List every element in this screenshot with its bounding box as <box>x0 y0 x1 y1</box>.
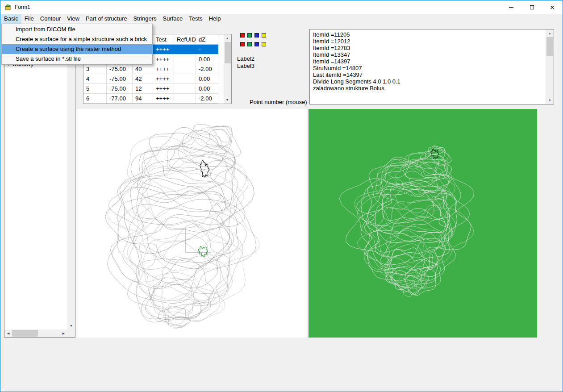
grid-row[interactable]: 5-75.0012++++0.00 <box>83 84 224 94</box>
label2: Label2 <box>237 55 254 62</box>
contour-view-right[interactable] <box>309 109 537 338</box>
grid-cell[interactable]: ++++ <box>153 64 174 74</box>
grid-cell[interactable]: 5 <box>83 84 107 94</box>
maximize-button[interactable] <box>521 0 542 14</box>
log-line: Last itemId =14397 <box>313 71 544 78</box>
log-lines: ItemId =11205ItemId =12012ItemId =12783I… <box>313 31 544 92</box>
contour-canvas-right[interactable] <box>309 109 537 338</box>
grid-header-refuid[interactable]: RefUID <box>174 34 196 45</box>
color-swatch-2626cd <box>254 42 259 46</box>
maximize-icon <box>530 5 534 9</box>
log-line: zaladowano strukture Bolus <box>313 85 544 92</box>
log-line: StruNumId =14807 <box>313 65 544 71</box>
menubar-item-help[interactable]: Help <box>206 14 224 24</box>
grid-cell[interactable]: ++++ <box>153 94 174 104</box>
log-memo[interactable]: ItemId =11205ItemId =12012ItemId =12783I… <box>309 29 554 104</box>
minimize-button[interactable] <box>501 0 521 14</box>
color-swatch-df1212 <box>240 33 245 38</box>
grid-cell[interactable]: ++++ <box>153 74 174 84</box>
menubar-item-basic[interactable]: Basic <box>1 14 21 24</box>
grid-header-dz[interactable]: dZ <box>196 34 218 45</box>
grid-cell[interactable]: -77.00 <box>107 94 133 104</box>
menubar-item-view[interactable]: View <box>64 14 83 24</box>
app-icon[interactable] <box>4 4 12 11</box>
point-number-label: Point number (mouse) <box>250 99 307 105</box>
color-swatch-df1212 <box>240 42 245 46</box>
menubar-item-stringers[interactable]: Stringers <box>130 14 159 24</box>
grid-cell[interactable]: 40 <box>133 64 153 74</box>
menubar-item-part-of-structure[interactable]: Part of structure <box>83 14 130 24</box>
sidebar-listbox: ›warstwy ▲ ▼ ◀ ▶ <box>4 24 75 338</box>
grid-cell[interactable]: 42 <box>133 74 153 84</box>
grid-cell[interactable]: -75.00 <box>107 74 133 84</box>
grid-cell[interactable]: -2.00 <box>196 64 218 74</box>
window-title: Form1 <box>15 4 30 10</box>
sidebar-horizontal-scrollbar[interactable]: ◀ ▶ <box>4 329 67 337</box>
scroll-up-icon[interactable]: ▲ <box>546 29 554 37</box>
grid-cell[interactable]: 0.00 <box>196 54 218 64</box>
grid-cell[interactable] <box>174 84 196 94</box>
grid-cell[interactable]: ++++ <box>153 54 174 64</box>
dropdown-item-create-a-surface-using-the-raster-method[interactable]: Create a surface using the raster method <box>2 44 152 54</box>
grid-cell[interactable]: - <box>196 45 218 54</box>
dropdown-item-import-from-dicom-file[interactable]: Import from DICOM file <box>2 25 152 34</box>
color-swatches <box>240 33 271 51</box>
sidebar-vertical-scrollbar[interactable]: ▲ ▼ <box>67 24 75 329</box>
log-line: ItemId =12012 <box>313 38 544 45</box>
grid-cell[interactable]: 4 <box>83 74 107 84</box>
dropdown-item-save-a-surface-in-stl-file[interactable]: Save a surface in *.stl file <box>2 54 152 64</box>
log-line: Divide Long Segments 4.0 1.0 0.1 <box>313 78 544 85</box>
grid-row[interactable]: 3-75.0040++++-2.00 <box>83 64 224 74</box>
grid-cell[interactable]: 94 <box>133 94 153 104</box>
menubar-item-surface[interactable]: Surface <box>159 14 186 24</box>
menubar-item-tests[interactable]: Tests <box>186 14 205 24</box>
contour-canvas-left[interactable] <box>76 109 307 338</box>
scrollbar-corner <box>67 329 75 337</box>
menubar-item-file[interactable]: File <box>21 14 37 24</box>
grid-row[interactable]: 4-75.0042++++0.00 <box>83 74 224 84</box>
scroll-down-icon[interactable]: ▼ <box>224 96 231 104</box>
grid-cell[interactable]: 0.00 <box>196 84 218 94</box>
grid-cell[interactable]: 6 <box>83 94 107 104</box>
color-swatch-00a651 <box>247 33 252 38</box>
grid-cell[interactable] <box>174 54 196 64</box>
grid-cell[interactable]: 3 <box>83 64 107 74</box>
titlebar[interactable]: Form1 × <box>0 0 563 14</box>
app-window: Form1 × BasicFileContourViewPart of stru… <box>0 0 563 392</box>
grid-cell[interactable]: ++++ <box>153 84 174 94</box>
menubar-item-contour[interactable]: Contour <box>37 14 64 24</box>
log-line: ItemId =13347 <box>313 51 544 58</box>
log-line: ItemId =14397 <box>313 58 544 65</box>
scroll-up-icon[interactable]: ▲ <box>224 34 231 42</box>
log-line: ItemId =11205 <box>313 31 544 38</box>
close-button[interactable]: × <box>542 0 563 14</box>
memo-vertical-scrollbar[interactable]: ▲ ▼ <box>546 29 554 104</box>
dropdown-item-create-a-surface-for-a-simple-structure-such-a-brick[interactable]: Create a surface for a simple structure … <box>2 34 152 44</box>
scroll-left-icon[interactable]: ◀ <box>4 329 12 337</box>
minimize-icon <box>509 7 513 8</box>
grid-row[interactable]: 6-77.0094++++-2.00 <box>83 94 224 104</box>
basic-menu-dropdown: Import from DICOM fileCreate a surface f… <box>1 24 153 65</box>
scrollbar-thumb[interactable] <box>225 42 231 63</box>
grid-cell[interactable] <box>174 64 196 74</box>
scroll-down-icon[interactable]: ▼ <box>546 96 554 104</box>
grid-vertical-scrollbar[interactable]: ▲ ▼ <box>224 34 231 104</box>
grid-cell[interactable]: -75.00 <box>107 64 133 74</box>
grid-cell[interactable] <box>174 74 196 84</box>
grid-cell[interactable]: -2.00 <box>196 94 218 104</box>
grid-cell[interactable] <box>174 94 196 104</box>
grid-cell[interactable]: ++++ <box>153 45 174 54</box>
color-swatch-00a651 <box>247 42 252 46</box>
contour-view-left[interactable] <box>76 109 307 338</box>
scroll-down-icon[interactable]: ▼ <box>67 322 75 329</box>
scrollbar-thumb[interactable] <box>12 330 38 337</box>
grid-cell[interactable]: 0.00 <box>196 74 218 84</box>
grid-cell[interactable]: -75.00 <box>107 84 133 94</box>
grid-cell[interactable]: 12 <box>133 84 153 94</box>
grid-header-test[interactable]: Test <box>153 34 174 45</box>
scrollbar-thumb[interactable] <box>546 37 553 56</box>
close-icon: × <box>550 4 555 11</box>
scroll-right-icon[interactable]: ▶ <box>60 329 67 337</box>
grid-cell[interactable] <box>174 45 196 54</box>
color-swatch-2626cd <box>254 33 259 38</box>
